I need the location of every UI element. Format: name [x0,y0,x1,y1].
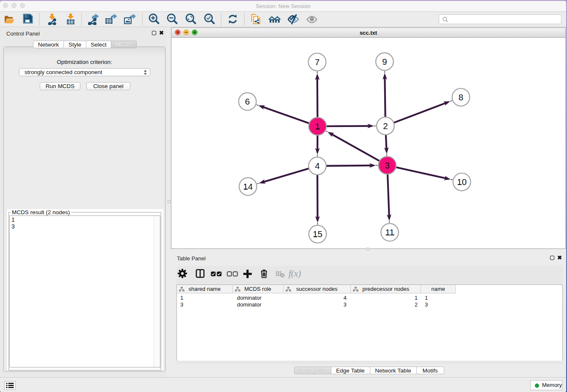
svg-text:11: 11 [385,227,394,237]
svg-text:3: 3 [385,160,389,170]
svg-text:8: 8 [458,92,463,102]
svg-text:4: 4 [315,161,319,171]
svg-text:6: 6 [245,97,250,106]
svg-text:2: 2 [383,121,388,131]
svg-text:9: 9 [382,57,387,66]
svg-text:15: 15 [313,229,322,239]
svg-text:10: 10 [457,177,467,187]
svg-text:7: 7 [315,57,319,67]
svg-text:14: 14 [243,182,253,191]
svg-text:1: 1 [315,121,320,131]
